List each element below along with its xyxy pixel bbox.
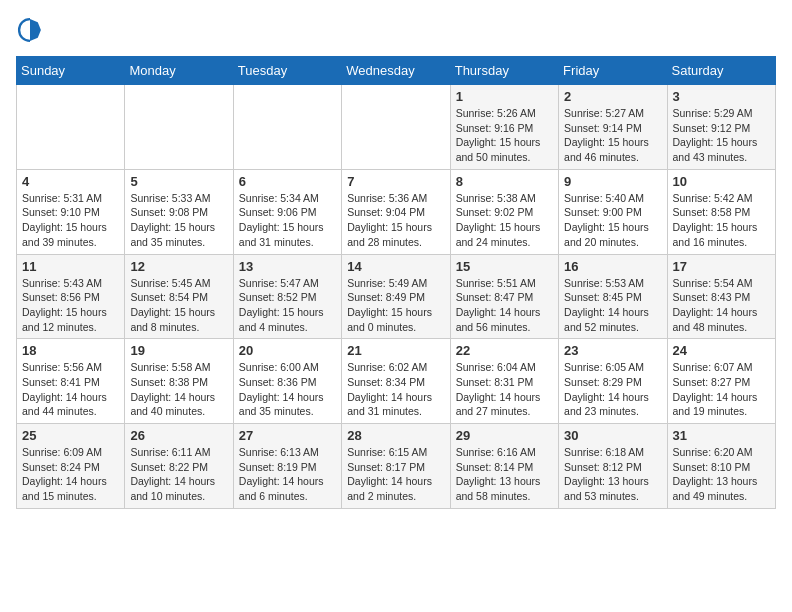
day-number: 3 [673,89,770,104]
day-info: Sunrise: 6:15 AM Sunset: 8:17 PM Dayligh… [347,445,444,504]
calendar-header-thursday: Thursday [450,57,558,85]
calendar-cell: 1Sunrise: 5:26 AM Sunset: 9:16 PM Daylig… [450,85,558,170]
day-info: Sunrise: 5:51 AM Sunset: 8:47 PM Dayligh… [456,276,553,335]
day-info: Sunrise: 6:09 AM Sunset: 8:24 PM Dayligh… [22,445,119,504]
calendar-cell: 20Sunrise: 6:00 AM Sunset: 8:36 PM Dayli… [233,339,341,424]
day-info: Sunrise: 5:54 AM Sunset: 8:43 PM Dayligh… [673,276,770,335]
day-info: Sunrise: 6:18 AM Sunset: 8:12 PM Dayligh… [564,445,661,504]
day-number: 4 [22,174,119,189]
day-info: Sunrise: 5:36 AM Sunset: 9:04 PM Dayligh… [347,191,444,250]
day-number: 24 [673,343,770,358]
day-info: Sunrise: 5:34 AM Sunset: 9:06 PM Dayligh… [239,191,336,250]
calendar-cell: 29Sunrise: 6:16 AM Sunset: 8:14 PM Dayli… [450,424,558,509]
calendar-cell: 2Sunrise: 5:27 AM Sunset: 9:14 PM Daylig… [559,85,667,170]
day-info: Sunrise: 6:11 AM Sunset: 8:22 PM Dayligh… [130,445,227,504]
calendar-table: SundayMondayTuesdayWednesdayThursdayFrid… [16,56,776,509]
day-number: 23 [564,343,661,358]
calendar-week-row: 18Sunrise: 5:56 AM Sunset: 8:41 PM Dayli… [17,339,776,424]
day-info: Sunrise: 6:16 AM Sunset: 8:14 PM Dayligh… [456,445,553,504]
calendar-cell: 17Sunrise: 5:54 AM Sunset: 8:43 PM Dayli… [667,254,775,339]
calendar-week-row: 4Sunrise: 5:31 AM Sunset: 9:10 PM Daylig… [17,169,776,254]
day-number: 30 [564,428,661,443]
day-number: 12 [130,259,227,274]
calendar-cell [342,85,450,170]
day-info: Sunrise: 5:40 AM Sunset: 9:00 PM Dayligh… [564,191,661,250]
calendar-cell: 9Sunrise: 5:40 AM Sunset: 9:00 PM Daylig… [559,169,667,254]
day-number: 6 [239,174,336,189]
day-number: 22 [456,343,553,358]
day-info: Sunrise: 6:00 AM Sunset: 8:36 PM Dayligh… [239,360,336,419]
day-info: Sunrise: 6:04 AM Sunset: 8:31 PM Dayligh… [456,360,553,419]
calendar-cell: 23Sunrise: 6:05 AM Sunset: 8:29 PM Dayli… [559,339,667,424]
day-info: Sunrise: 5:27 AM Sunset: 9:14 PM Dayligh… [564,106,661,165]
calendar-cell: 30Sunrise: 6:18 AM Sunset: 8:12 PM Dayli… [559,424,667,509]
calendar-cell [233,85,341,170]
calendar-cell: 18Sunrise: 5:56 AM Sunset: 8:41 PM Dayli… [17,339,125,424]
calendar-cell: 25Sunrise: 6:09 AM Sunset: 8:24 PM Dayli… [17,424,125,509]
calendar-header-row: SundayMondayTuesdayWednesdayThursdayFrid… [17,57,776,85]
day-number: 10 [673,174,770,189]
calendar-week-row: 25Sunrise: 6:09 AM Sunset: 8:24 PM Dayli… [17,424,776,509]
day-number: 20 [239,343,336,358]
calendar-cell: 28Sunrise: 6:15 AM Sunset: 8:17 PM Dayli… [342,424,450,509]
day-info: Sunrise: 6:13 AM Sunset: 8:19 PM Dayligh… [239,445,336,504]
day-number: 29 [456,428,553,443]
day-number: 28 [347,428,444,443]
calendar-cell: 13Sunrise: 5:47 AM Sunset: 8:52 PM Dayli… [233,254,341,339]
day-number: 26 [130,428,227,443]
calendar-cell: 19Sunrise: 5:58 AM Sunset: 8:38 PM Dayli… [125,339,233,424]
calendar-header-friday: Friday [559,57,667,85]
calendar-cell: 10Sunrise: 5:42 AM Sunset: 8:58 PM Dayli… [667,169,775,254]
calendar-cell [17,85,125,170]
generalblue-logo-icon [16,16,44,44]
day-number: 21 [347,343,444,358]
day-number: 19 [130,343,227,358]
day-info: Sunrise: 6:07 AM Sunset: 8:27 PM Dayligh… [673,360,770,419]
calendar-cell: 11Sunrise: 5:43 AM Sunset: 8:56 PM Dayli… [17,254,125,339]
day-number: 27 [239,428,336,443]
day-number: 18 [22,343,119,358]
calendar-cell: 26Sunrise: 6:11 AM Sunset: 8:22 PM Dayli… [125,424,233,509]
day-number: 7 [347,174,444,189]
logo [16,16,48,44]
calendar-cell [125,85,233,170]
calendar-cell: 7Sunrise: 5:36 AM Sunset: 9:04 PM Daylig… [342,169,450,254]
day-number: 15 [456,259,553,274]
day-info: Sunrise: 6:02 AM Sunset: 8:34 PM Dayligh… [347,360,444,419]
calendar-cell: 6Sunrise: 5:34 AM Sunset: 9:06 PM Daylig… [233,169,341,254]
calendar-cell: 24Sunrise: 6:07 AM Sunset: 8:27 PM Dayli… [667,339,775,424]
day-info: Sunrise: 5:43 AM Sunset: 8:56 PM Dayligh… [22,276,119,335]
day-info: Sunrise: 5:45 AM Sunset: 8:54 PM Dayligh… [130,276,227,335]
day-info: Sunrise: 5:31 AM Sunset: 9:10 PM Dayligh… [22,191,119,250]
calendar-cell: 27Sunrise: 6:13 AM Sunset: 8:19 PM Dayli… [233,424,341,509]
calendar-cell: 31Sunrise: 6:20 AM Sunset: 8:10 PM Dayli… [667,424,775,509]
day-number: 14 [347,259,444,274]
calendar-cell: 12Sunrise: 5:45 AM Sunset: 8:54 PM Dayli… [125,254,233,339]
calendar-cell: 22Sunrise: 6:04 AM Sunset: 8:31 PM Dayli… [450,339,558,424]
day-info: Sunrise: 6:20 AM Sunset: 8:10 PM Dayligh… [673,445,770,504]
calendar-cell: 15Sunrise: 5:51 AM Sunset: 8:47 PM Dayli… [450,254,558,339]
day-info: Sunrise: 5:47 AM Sunset: 8:52 PM Dayligh… [239,276,336,335]
day-info: Sunrise: 5:56 AM Sunset: 8:41 PM Dayligh… [22,360,119,419]
day-info: Sunrise: 6:05 AM Sunset: 8:29 PM Dayligh… [564,360,661,419]
calendar-cell: 21Sunrise: 6:02 AM Sunset: 8:34 PM Dayli… [342,339,450,424]
day-number: 9 [564,174,661,189]
day-number: 13 [239,259,336,274]
calendar-week-row: 11Sunrise: 5:43 AM Sunset: 8:56 PM Dayli… [17,254,776,339]
day-info: Sunrise: 5:26 AM Sunset: 9:16 PM Dayligh… [456,106,553,165]
calendar-header-tuesday: Tuesday [233,57,341,85]
calendar-cell: 5Sunrise: 5:33 AM Sunset: 9:08 PM Daylig… [125,169,233,254]
day-info: Sunrise: 5:33 AM Sunset: 9:08 PM Dayligh… [130,191,227,250]
day-number: 1 [456,89,553,104]
day-number: 5 [130,174,227,189]
page-header [16,16,776,44]
day-info: Sunrise: 5:49 AM Sunset: 8:49 PM Dayligh… [347,276,444,335]
day-number: 11 [22,259,119,274]
day-number: 2 [564,89,661,104]
day-number: 25 [22,428,119,443]
calendar-cell: 14Sunrise: 5:49 AM Sunset: 8:49 PM Dayli… [342,254,450,339]
day-info: Sunrise: 5:58 AM Sunset: 8:38 PM Dayligh… [130,360,227,419]
calendar-header-monday: Monday [125,57,233,85]
day-number: 8 [456,174,553,189]
calendar-week-row: 1Sunrise: 5:26 AM Sunset: 9:16 PM Daylig… [17,85,776,170]
